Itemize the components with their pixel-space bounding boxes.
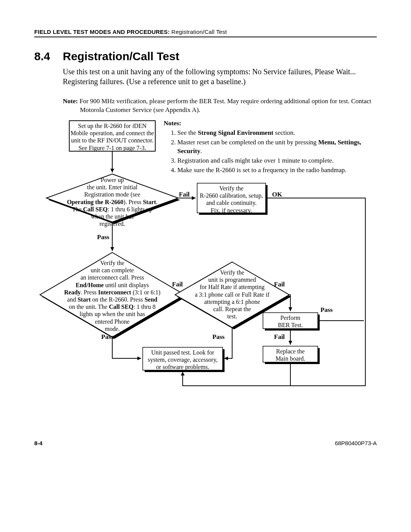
d2-l5c: Interconnect [98, 289, 131, 296]
d3-l5: attempting a 6:1 phone [204, 299, 260, 305]
label-ok: OK [272, 191, 282, 198]
setup-l4: See Figure 7-1 on page 7-3. [78, 145, 146, 151]
rep-l2: Main board. [276, 355, 305, 362]
d1-l4c: Start [143, 199, 156, 205]
d3-l3: for Half Rate if attempting [200, 284, 265, 290]
d1-l1: Power up [101, 177, 124, 183]
d3-l6: call. Repeat the [213, 306, 251, 312]
d2-l7a: on the unit. The [69, 304, 109, 310]
diamond-rate: Verify the unit is programmed for Half R… [183, 269, 282, 320]
flowchart: Set up the R-2660 for iDEN Mobile operat… [23, 119, 388, 424]
d2-l4a: End/Home [76, 282, 104, 288]
d1-l2: the unit. Enter initial [87, 184, 137, 190]
verify-cal-box: Verify the R-2660 calibration, setup, an… [197, 185, 266, 214]
notes-heading: Notes: [164, 120, 181, 127]
d2-l5d: (3:1 or 6:1) [131, 289, 161, 296]
label-pass-d2: Pass [101, 333, 113, 341]
label-pass-d1: Pass [97, 233, 109, 241]
d2-l3: an interconnect call. Press [80, 274, 144, 281]
section-title: Registration/Call Test [63, 50, 179, 63]
d2-l6d: Send [145, 296, 158, 303]
d1-l7: registered. [99, 220, 125, 227]
d2-l7b: Call SEQ [109, 304, 133, 310]
top-note: Note: For 900 MHz verification, please p… [63, 97, 375, 115]
diamond-interconnect: Verify the unit can complete an intercon… [46, 259, 179, 332]
d3-l2: unit is programmed [208, 276, 256, 283]
label-fail-ber: Fail [274, 333, 285, 341]
d2-l6a: and [67, 296, 78, 303]
top-note-text: For 900 MHz verification, please perform… [80, 97, 371, 113]
n1a: See the [177, 129, 198, 136]
d1-l4d: . [156, 199, 158, 205]
header-rule [34, 37, 377, 37]
d1-l4a: Operating the R-2660 [67, 199, 123, 205]
running-head-suffix: Registration/Call Test [171, 29, 227, 35]
d2-l5a: Ready [64, 289, 81, 296]
setup-box: Set up the R-2660 for iDEN Mobile operat… [69, 122, 155, 152]
section-body: Use this test on a unit having any of th… [63, 67, 375, 86]
diamond-register: Power up the unit. Enter initial Registr… [55, 176, 169, 227]
running-head: FIELD LEVEL TEST MODES AND PROCEDURES: R… [34, 29, 377, 35]
replace-box: Replace the Main board. [263, 348, 318, 362]
res-l2: system, coverage, accessory, [148, 356, 217, 363]
ber-l2: BER Test. [278, 322, 303, 328]
d1-l5c: : 1 thru 6 lights up [108, 206, 153, 212]
d2-l7c: : 1 thru 8 [134, 304, 156, 310]
d2-l10: mode. [105, 326, 120, 332]
vc-l2: R-2660 calibration, setup, [200, 192, 263, 199]
res-l1: Unit passed test. Look for [151, 349, 214, 356]
footer-page: 8-4 [34, 440, 43, 446]
d2-l9: entered Phone [95, 318, 129, 325]
n1c: section. [274, 129, 295, 136]
n1b: Strong Signal Environment [198, 129, 274, 136]
label-fail-d2: Fail [172, 281, 183, 288]
rep-l1: Replace the [276, 348, 304, 355]
section-number: 8.4 [34, 50, 50, 63]
label-fail-d1: Fail [179, 191, 190, 198]
setup-l1-tail: DEN [134, 123, 147, 129]
d2-l6b: Start [78, 296, 91, 303]
ber-box: Perform BER Test. [263, 314, 318, 329]
note-4: Make sure the R-2660 is set to a frequen… [177, 166, 373, 175]
note-2: Master reset can be completed on the uni… [177, 138, 373, 156]
note-1: See the Strong Signal Environment sectio… [177, 129, 373, 137]
n2a: Master reset can be completed on the uni… [177, 139, 318, 146]
d2-l4b: until unit displays [104, 282, 149, 288]
setup-l1: Set up the R-2660 for [78, 123, 132, 129]
vc-l4: Fix, if necessary. [211, 207, 252, 214]
top-note-label: Note: [63, 97, 78, 105]
d1-l4b: ). Press [123, 199, 143, 205]
flow-notes: Notes: See the Strong Signal Environment… [164, 119, 373, 176]
vc-l1: Verify the [219, 185, 244, 192]
res-l3: or software problems. [156, 364, 209, 370]
result-box: Unit passed test. Look for system, cover… [143, 349, 223, 371]
label-fail-d3: Fail [274, 281, 285, 288]
d2-l6c: on the R-2660. Press [91, 296, 144, 303]
n2c: . [200, 147, 202, 155]
setup-l2: Mobile operation, and connect the [70, 130, 154, 136]
d1-l6: when the unit has [91, 213, 134, 220]
label-pass-d3: Pass [212, 333, 225, 341]
footer-docid: 68P80400P73-A [335, 440, 377, 446]
d2-l8: lights up when the unit has [80, 311, 145, 317]
label-pass-ber: Pass [320, 306, 333, 314]
d3-l1: Verify the [220, 269, 244, 276]
setup-l3: unit to the RF IN/OUT connector. [71, 137, 154, 144]
d1-l5a: The [72, 206, 83, 212]
d3-l4: a 3:1 phone call or Full Rate if [195, 291, 269, 298]
d2-l2: unit can complete [91, 267, 134, 273]
d2-l5b: . Press [81, 289, 98, 296]
running-head-prefix: FIELD LEVEL TEST MODES AND PROCEDURES: [34, 29, 171, 35]
d2-l1: Verify the [100, 260, 124, 266]
d1-l3: Registration mode (see [84, 191, 140, 198]
vc-l3: and cable continuity. [206, 200, 257, 206]
ber-l1: Perform [280, 315, 300, 321]
note-3: Registration and calls might take over 1… [177, 157, 373, 165]
d3-l7: test. [227, 313, 237, 320]
d1-l5b: Call SEQ [83, 206, 107, 212]
